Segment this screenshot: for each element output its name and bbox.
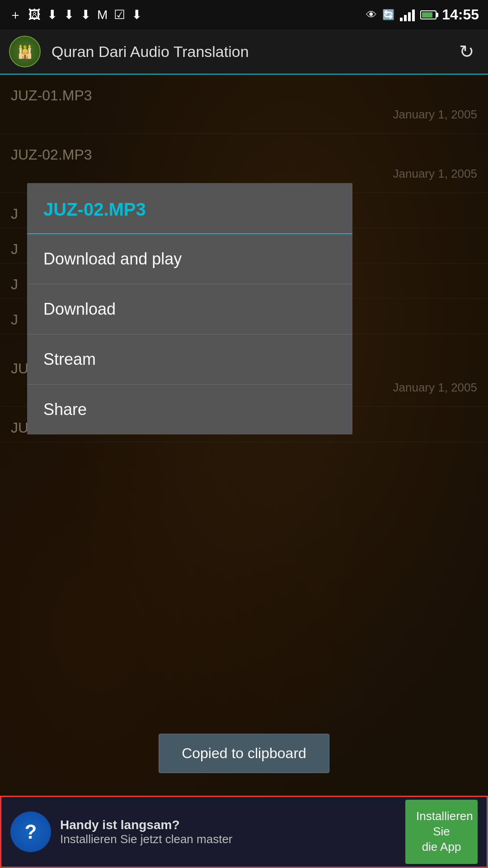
main-content: JUZ-01.MP3 January 1, 2005 JUZ-02.MP3 Ja… [0,75,488,868]
download-icon-2: ⬇ [64,7,74,22]
toast-message: Copied to clipboard [182,745,306,761]
context-menu-share[interactable]: Share [27,385,352,434]
signal-icon [400,9,415,21]
ad-text-line2: Installieren Sie jetzt clean master [60,832,405,846]
ad-install-button[interactable]: Installieren Sie die App [405,800,478,863]
status-bar-right: 👁 🔄 14:55 [366,6,479,23]
context-menu: JUZ-02.MP3 Download and play Download St… [27,183,352,434]
image-icon: 🖼 [28,7,41,22]
context-menu-download-play[interactable]: Download and play [27,234,352,284]
ad-banner[interactable]: ? Handy ist langsam? Installieren Sie je… [0,796,488,868]
refresh-icon[interactable]: ↻ [459,41,474,62]
download-icon-4: ⬇ [131,7,142,22]
ad-text: Handy ist langsam? Installieren Sie jetz… [60,818,405,846]
mail-icon: M [97,8,108,22]
download-icon-3: ⬇ [80,7,91,22]
eye-icon: 👁 [366,9,377,21]
context-menu-stream[interactable]: Stream [27,335,352,385]
add-icon: ＋ [9,6,22,24]
logo-emoji: 🕌 [17,44,33,59]
toast-notification: Copied to clipboard [159,734,329,773]
sync-icon: 🔄 [382,9,394,21]
app-logo: 🕌 [9,36,41,67]
status-bar: ＋ 🖼 ⬇ ⬇ ⬇ M ☑ ⬇ 👁 🔄 14:55 [0,0,488,29]
status-bar-left: ＋ 🖼 ⬇ ⬇ ⬇ M ☑ ⬇ [9,6,142,24]
clipboard-icon: ☑ [114,7,125,22]
ad-button-line2: die App [416,840,467,855]
ad-button-line1: Installieren Sie [416,809,467,840]
context-menu-title: JUZ-02.MP3 [27,183,352,234]
context-menu-download[interactable]: Download [27,284,352,335]
app-title: Quran Dari Audio Translation [52,43,459,61]
ad-icon-symbol: ? [25,821,37,843]
app-bar: 🕌 Quran Dari Audio Translation ↻ [0,29,488,75]
ad-text-line1: Handy ist langsam? [60,818,405,832]
status-time: 14:55 [442,6,479,23]
download-icon-1: ⬇ [47,7,57,22]
battery-icon [420,10,436,19]
ad-icon: ? [10,811,51,852]
